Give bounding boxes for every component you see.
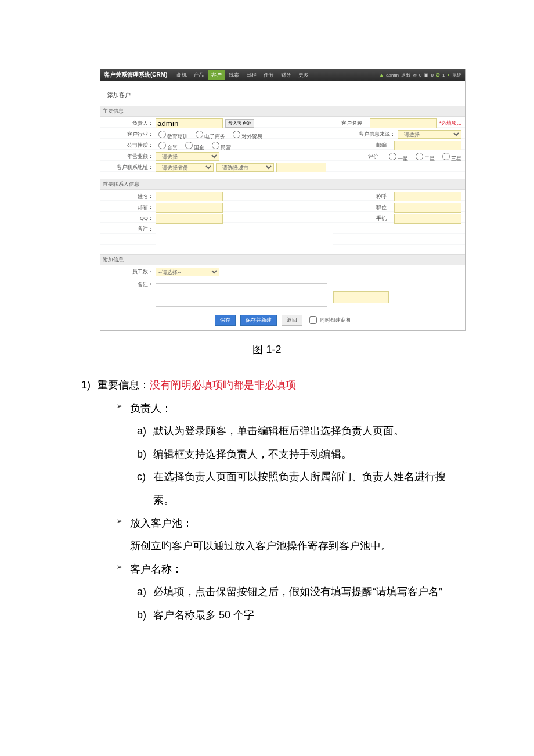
label-title: 职位： — [359, 204, 394, 211]
name-input[interactable] — [156, 192, 223, 201]
text-red: 没有阐明必填项旳都是非必填项 — [150, 379, 296, 391]
text: 客户名称最多 50 个字 — [153, 609, 254, 621]
mobile-input[interactable] — [394, 214, 461, 224]
email-input[interactable] — [156, 203, 223, 213]
title-input[interactable] — [394, 203, 461, 213]
section-extra: 员工数： --请选择-- 备注： — [100, 265, 465, 311]
nav-item[interactable]: 商机 — [173, 70, 190, 80]
nav-item[interactable]: 产品 — [190, 70, 208, 80]
mail-icon[interactable]: ✉ — [413, 73, 417, 78]
save-button[interactable]: 保存 — [215, 315, 236, 326]
topnav: 客户关系管理系统(CRM) 商机 产品 客户 线索 日程 任务 财务 更多 ▲ … — [100, 69, 465, 81]
emp-select[interactable]: --请选择-- — [156, 268, 219, 276]
revenue-select[interactable]: --请选择-- — [156, 152, 219, 161]
qq-input[interactable] — [156, 214, 223, 224]
bullet-owner: 负责人： — [116, 397, 453, 420]
company-type-radios[interactable]: 合资 国企 民营 — [156, 140, 231, 152]
alpha-item: a)必填项，点击保留按钮之后，假如没有填写提醒“请填写客户名” — [137, 581, 453, 604]
crm-screenshot: 客户关系管理系统(CRM) 商机 产品 客户 线索 日程 任务 财务 更多 ▲ … — [100, 69, 466, 331]
label-qq: QQ： — [104, 215, 156, 222]
nav-item-active[interactable]: 客户 — [208, 70, 225, 80]
nav-right: ▲ admin 退出 ✉0 ▣0 ✪1 + 系统 — [379, 72, 461, 78]
msg-icon[interactable]: ▣ — [424, 73, 428, 78]
alpha-item: b)客户名称最多 50 个字 — [137, 604, 453, 627]
bullet-pool: 放入客户池： — [116, 512, 453, 535]
aux-input[interactable] — [333, 291, 389, 303]
industry-radios[interactable]: 教育培训 电子商务 对外贸易 — [156, 129, 262, 141]
label-addr: 客户联系地址： — [104, 164, 156, 171]
label-owner: 负责人： — [104, 120, 156, 127]
cust-name-input[interactable] — [370, 118, 437, 128]
label-company-type: 公司性质： — [104, 142, 156, 149]
rating-radios[interactable]: 一星 二星 三星 — [386, 151, 461, 163]
sys-icon[interactable]: ✪ — [436, 73, 440, 78]
post-input[interactable] — [394, 141, 461, 150]
nav-item[interactable]: 财务 — [277, 70, 295, 80]
list-item-1: 1) 重要信息：没有阐明必填项旳都是非必填项 — [81, 374, 453, 397]
city-select[interactable]: --请选择城市-- — [216, 163, 274, 172]
page-title: 添加客户 — [105, 85, 460, 102]
label-name: 姓名： — [104, 193, 156, 200]
section-contact: 姓名： 称呼： 邮箱： 职位： QQ： 手机： 备注： — [100, 190, 465, 251]
label-cust-name: 客户名称： — [335, 120, 370, 127]
label-salute: 称呼： — [359, 193, 394, 200]
owner-input[interactable] — [156, 118, 223, 128]
system-menu[interactable]: 系统 — [452, 72, 461, 78]
label-note: 备注： — [104, 225, 156, 233]
alpha-item: a)默认为登录顾客，单击编辑框后弹出选择负责人页面。 — [137, 420, 453, 443]
text: 在选择负责人页面可以按照负责人所属部门、负责人姓名进行搜索。 — [153, 471, 446, 506]
salute-input[interactable] — [394, 192, 461, 201]
text: 必填项，点击保留按钮之后，假如没有填写提醒“请填写客户名” — [153, 586, 442, 597]
nav-item[interactable]: 任务 — [260, 70, 277, 80]
figure-caption: 图 1-2 — [0, 343, 534, 357]
label-emp: 员工数： — [104, 268, 156, 276]
section-main: 负责人： 放入客户池 客户名称： *必填项... 客户行业： 教育培训 电子商务… — [100, 117, 465, 175]
nav-item[interactable]: 日程 — [243, 70, 260, 80]
bullet-cust-name: 客户名称： — [116, 558, 453, 581]
label-industry: 客户行业： — [104, 131, 156, 138]
brand: 客户关系管理系统(CRM) — [104, 71, 167, 79]
label-note2: 备注： — [104, 281, 156, 289]
label-rating: 评价： — [351, 153, 386, 160]
info-src-select[interactable]: --请选择-- — [398, 130, 461, 139]
section-main-header: 主要信息 — [100, 106, 465, 117]
list-number: 1) — [81, 374, 98, 397]
province-select[interactable]: --请选择省份-- — [156, 163, 214, 172]
back-button[interactable]: 返回 — [282, 315, 302, 326]
to-pool-button[interactable]: 放入客户池 — [225, 119, 254, 128]
note-textarea[interactable] — [156, 228, 333, 246]
text: 新创立旳客户可以通过放入客户池操作寄存到客户池中。 — [130, 535, 453, 558]
also-create-check[interactable]: 同时创建商机 — [307, 315, 351, 326]
label-mobile: 手机： — [359, 215, 394, 222]
crm-window: 客户关系管理系统(CRM) 商机 产品 客户 线索 日程 任务 财务 更多 ▲ … — [100, 69, 466, 331]
text: 重要信息： — [98, 379, 150, 391]
user-name: admin — [386, 73, 399, 78]
label-info-src: 客户信息来源： — [349, 131, 398, 138]
addr-input[interactable] — [276, 163, 326, 172]
save-new-button[interactable]: 保存并新建 — [240, 315, 277, 326]
section-extra-header: 附加信息 — [100, 254, 465, 265]
action-bar: 保存 保存并新建 返回 同时创建商机 — [100, 311, 465, 330]
text: 默认为登录顾客，单击编辑框后弹出选择负责人页面。 — [153, 425, 404, 437]
note2-textarea[interactable] — [156, 283, 327, 307]
text: 编辑框支持选择负责人，不支持手动编辑。 — [153, 448, 352, 460]
alpha-item: b)编辑框支持选择负责人，不支持手动编辑。 — [137, 443, 453, 466]
label-revenue: 年营业额： — [104, 153, 156, 160]
logout-link[interactable]: 退出 — [401, 72, 410, 78]
nav-item[interactable]: 更多 — [295, 70, 312, 80]
document-body: 1) 重要信息：没有阐明必填项旳都是非必填项 负责人： a)默认为登录顾客，单击… — [81, 374, 453, 627]
add-icon[interactable]: + — [447, 73, 450, 78]
label-post: 邮编： — [359, 142, 394, 149]
required-hint: *必填项... — [439, 120, 461, 127]
user-icon: ▲ — [379, 73, 384, 78]
nav-item[interactable]: 线索 — [225, 70, 243, 80]
alpha-item: c)在选择负责人页面可以按照负责人所属部门、负责人姓名进行搜索。 — [137, 466, 453, 512]
section-contact-header: 首要联系人信息 — [100, 179, 465, 190]
label-email: 邮箱： — [104, 204, 156, 211]
